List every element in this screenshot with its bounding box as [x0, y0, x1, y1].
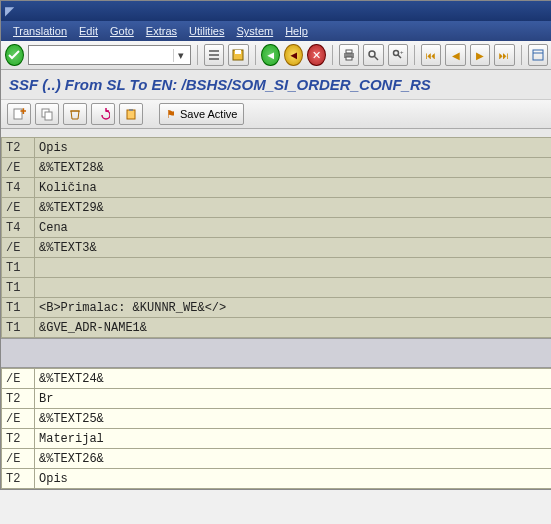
table-row[interactable]: /E&%TEXT29&: [2, 198, 552, 218]
menu-system[interactable]: System: [232, 25, 277, 37]
ok-button[interactable]: [5, 44, 24, 66]
row-key[interactable]: /E: [2, 449, 35, 469]
menu-goto[interactable]: Goto: [106, 25, 138, 37]
cancel-icon: ✕: [312, 49, 321, 62]
table-row[interactable]: T2Opis: [2, 138, 552, 158]
table-row[interactable]: T1: [2, 278, 552, 298]
row-value[interactable]: &%TEXT3&: [35, 238, 552, 258]
row-key[interactable]: /E: [2, 158, 35, 178]
print-button[interactable]: [339, 44, 359, 66]
last-icon: ⏭: [499, 50, 509, 61]
back-button[interactable]: ◄: [261, 44, 280, 66]
table-row[interactable]: T4Cena: [2, 218, 552, 238]
next-button[interactable]: ▶: [470, 44, 490, 66]
menu-edit[interactable]: Edit: [75, 25, 102, 37]
table-row[interactable]: /E&%TEXT28&: [2, 158, 552, 178]
find-next-button[interactable]: +: [388, 44, 408, 66]
exit-icon: ◄: [288, 49, 299, 61]
save-button[interactable]: [228, 44, 248, 66]
gap: [1, 129, 551, 137]
separator: [332, 45, 333, 65]
save-active-label: Save Active: [180, 108, 237, 120]
exit-button[interactable]: ◄: [284, 44, 303, 66]
row-key[interactable]: T1: [2, 298, 35, 318]
row-value[interactable]: Cena: [35, 218, 552, 238]
svg-rect-18: [129, 109, 133, 111]
row-key[interactable]: /E: [2, 409, 35, 429]
table-row[interactable]: T1<B>Primalac: &KUNNR_WE&</>: [2, 298, 552, 318]
save-icon: [231, 48, 245, 62]
command-field[interactable]: ▾: [28, 45, 191, 65]
table-row[interactable]: T2Materijal: [2, 429, 552, 449]
find-button[interactable]: [363, 44, 383, 66]
separator: [197, 45, 198, 65]
table-row[interactable]: /E&%TEXT25&: [2, 409, 552, 429]
row-key[interactable]: T2: [2, 389, 35, 409]
undo-icon: [96, 107, 110, 121]
source-grid[interactable]: T2Opis/E&%TEXT28&T4Količina/E&%TEXT29&T4…: [1, 137, 551, 338]
paste-button[interactable]: [119, 103, 143, 125]
row-key[interactable]: T1: [2, 258, 35, 278]
row-value[interactable]: &%TEXT26&: [35, 449, 552, 469]
menu-translation[interactable]: Translation: [9, 25, 71, 37]
table-row[interactable]: /E&%TEXT24&: [2, 369, 552, 389]
find-icon: [366, 48, 380, 62]
menu-help[interactable]: Help: [281, 25, 312, 37]
separator: [521, 45, 522, 65]
delete-icon: [68, 107, 82, 121]
delete-button[interactable]: [63, 103, 87, 125]
list-button[interactable]: [204, 44, 224, 66]
back-icon: ◄: [265, 49, 276, 61]
create-button[interactable]: ✚: [7, 103, 31, 125]
row-key[interactable]: T2: [2, 429, 35, 449]
row-value[interactable]: &GVE_ADR-NAME1&: [35, 318, 552, 338]
save-active-button[interactable]: ⚑ Save Active: [159, 103, 244, 125]
row-key[interactable]: T1: [2, 278, 35, 298]
undo-button[interactable]: [91, 103, 115, 125]
target-grid[interactable]: /E&%TEXT24&T2Br/E&%TEXT25&T2Materijal/E&…: [1, 368, 551, 489]
row-value[interactable]: &%TEXT25&: [35, 409, 552, 429]
row-key[interactable]: T2: [2, 138, 35, 158]
cancel-button[interactable]: ✕: [307, 44, 326, 66]
row-value[interactable]: Opis: [35, 469, 552, 489]
command-dropdown-icon[interactable]: ▾: [173, 49, 188, 62]
row-key[interactable]: T4: [2, 178, 35, 198]
first-button[interactable]: ⏮: [421, 44, 441, 66]
find-next-icon: +: [391, 48, 405, 62]
row-key[interactable]: /E: [2, 198, 35, 218]
copy-button[interactable]: [35, 103, 59, 125]
prev-button[interactable]: ◀: [445, 44, 465, 66]
row-value[interactable]: [35, 258, 552, 278]
check-icon: [7, 48, 21, 62]
row-value[interactable]: <B>Primalac: &KUNNR_WE&</>: [35, 298, 552, 318]
table-row[interactable]: T2Opis: [2, 469, 552, 489]
row-key[interactable]: T1: [2, 318, 35, 338]
table-row[interactable]: T2Br: [2, 389, 552, 409]
menubar: Translation Edit Goto Extras Utilities S…: [1, 21, 551, 41]
row-value[interactable]: &%TEXT28&: [35, 158, 552, 178]
row-key[interactable]: T2: [2, 469, 35, 489]
next-icon: ▶: [476, 50, 484, 61]
row-value[interactable]: [35, 278, 552, 298]
layout-button[interactable]: [528, 44, 548, 66]
menu-utilities[interactable]: Utilities: [185, 25, 228, 37]
row-value[interactable]: &%TEXT24&: [35, 369, 552, 389]
row-value[interactable]: &%TEXT29&: [35, 198, 552, 218]
table-row[interactable]: /E&%TEXT26&: [2, 449, 552, 469]
row-value[interactable]: Količina: [35, 178, 552, 198]
table-row[interactable]: T1: [2, 258, 552, 278]
menu-extras[interactable]: Extras: [142, 25, 181, 37]
row-value[interactable]: Materijal: [35, 429, 552, 449]
row-key[interactable]: T4: [2, 218, 35, 238]
row-key[interactable]: /E: [2, 238, 35, 258]
row-value[interactable]: Opis: [35, 138, 552, 158]
table-row[interactable]: T4Količina: [2, 178, 552, 198]
row-key[interactable]: /E: [2, 369, 35, 389]
table-row[interactable]: T1&GVE_ADR-NAME1&: [2, 318, 552, 338]
command-input[interactable]: [31, 48, 173, 62]
svg-point-7: [393, 51, 398, 56]
table-row[interactable]: /E&%TEXT3&: [2, 238, 552, 258]
row-value[interactable]: Br: [35, 389, 552, 409]
last-button[interactable]: ⏭: [494, 44, 514, 66]
list-icon: [207, 48, 221, 62]
